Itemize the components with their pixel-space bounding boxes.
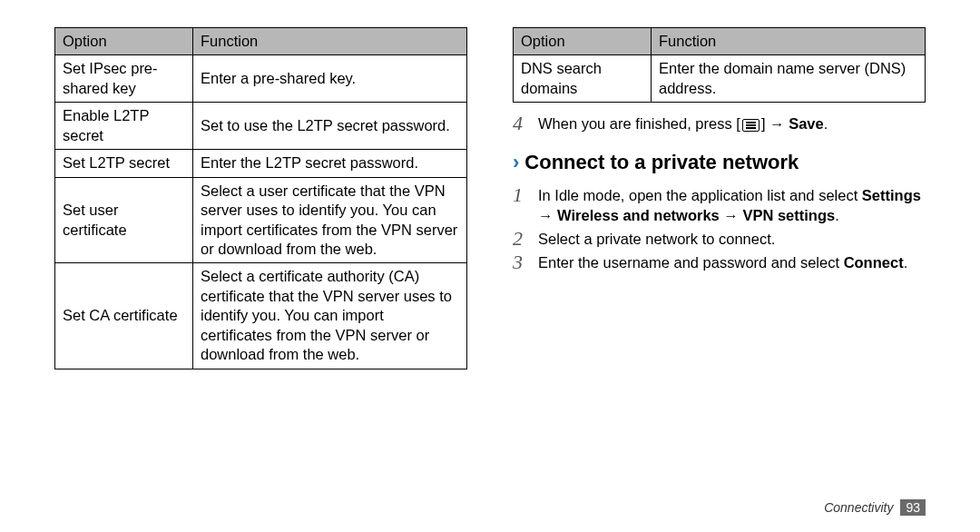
option-cell: DNS search domains	[514, 55, 652, 103]
option-cell: Set L2TP secret	[55, 150, 193, 177]
step-item: 4 When you are finished, press [] → Save…	[513, 113, 926, 133]
table-row: Set user certificate Select a user certi…	[55, 177, 467, 263]
step-item: 3 Enter the username and password and se…	[513, 252, 926, 272]
table-row: Set L2TP secret Enter the L2TP secret pa…	[55, 150, 467, 177]
col-function-header: Function	[652, 28, 926, 55]
options-table-left: Option Function Set IPsec pre-shared key…	[54, 27, 467, 369]
option-cell: Set IPsec pre-shared key	[55, 55, 193, 103]
text: .	[824, 115, 828, 132]
function-cell: Select a user certificate that the VPN s…	[193, 177, 467, 263]
text: Select a private network to connect.	[538, 231, 775, 247]
step-number: 2	[513, 229, 529, 249]
step-list-continue: 4 When you are finished, press [] → Save…	[513, 103, 926, 137]
step-number: 3	[513, 252, 529, 272]
function-cell: Set to use the L2TP secret password.	[193, 103, 467, 150]
footer-page-number: 93	[900, 499, 926, 516]
step-text: Select a private network to connect.	[538, 229, 775, 249]
step-text: In Idle mode, open the application list …	[538, 185, 926, 226]
table-row: Set CA certificate Select a certificate …	[55, 263, 467, 369]
table-row: DNS search domains Enter the domain name…	[514, 55, 926, 103]
col-option-header: Option	[55, 28, 193, 55]
section-heading: › Connect to a private network	[513, 151, 926, 174]
heading-text: Connect to a private network	[524, 151, 799, 174]
text: In Idle mode, open the application list …	[538, 187, 862, 203]
step-number: 1	[513, 185, 529, 226]
col-function-header: Function	[193, 28, 467, 55]
option-cell: Set user certificate	[55, 177, 193, 263]
function-cell: Enter the domain name server (DNS) addre…	[652, 55, 926, 103]
function-cell: Select a certificate authority (CA) cert…	[193, 263, 467, 369]
text: .	[835, 207, 839, 223]
option-cell: Enable L2TP secret	[55, 103, 193, 150]
step-number: 4	[513, 113, 529, 133]
function-cell: Enter the L2TP secret password.	[193, 150, 467, 177]
table-row: Set IPsec pre-shared key Enter a pre-sha…	[55, 55, 467, 103]
options-table-right: Option Function DNS search domains Enter…	[513, 27, 926, 103]
connect-label: Connect	[844, 254, 904, 271]
option-cell: Set CA certificate	[55, 263, 193, 369]
text: When you are finished, press [	[538, 115, 740, 132]
chevron-right-icon: ›	[513, 151, 519, 174]
text: .	[904, 254, 908, 271]
text: Enter the username and password and sele…	[538, 254, 844, 271]
step-item: 1 In Idle mode, open the application lis…	[513, 185, 926, 226]
step-list: 1 In Idle mode, open the application lis…	[513, 182, 926, 277]
right-column: Option Function DNS search domains Enter…	[513, 27, 926, 496]
text: ] →	[761, 115, 789, 132]
menu-icon	[742, 119, 760, 133]
step-item: 2 Select a private network to connect.	[513, 229, 926, 249]
page-footer: Connectivity 93	[824, 499, 926, 516]
footer-section: Connectivity	[824, 500, 893, 515]
save-label: Save	[789, 115, 824, 132]
step-text: When you are finished, press [] → Save.	[538, 113, 828, 133]
table-row: Enable L2TP secret Set to use the L2TP s…	[55, 103, 467, 150]
function-cell: Enter a pre-shared key.	[193, 55, 467, 103]
left-column: Option Function Set IPsec pre-shared key…	[54, 27, 467, 496]
step-text: Enter the username and password and sele…	[538, 252, 907, 272]
col-option-header: Option	[514, 28, 652, 55]
